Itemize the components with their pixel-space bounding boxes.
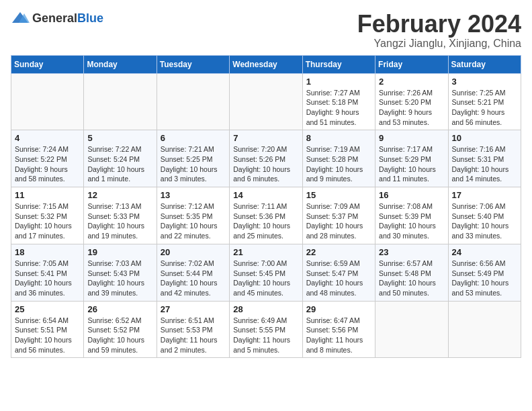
day-cell: 12Sunrise: 7:13 AM Sunset: 5:33 PM Dayli… — [84, 187, 157, 244]
day-cell: 19Sunrise: 7:03 AM Sunset: 5:43 PM Dayli… — [84, 244, 157, 301]
day-info: Sunrise: 6:59 AM Sunset: 5:47 PM Dayligh… — [306, 259, 371, 298]
day-cell: 13Sunrise: 7:12 AM Sunset: 5:35 PM Dayli… — [157, 187, 229, 244]
weekday-header-monday: Monday — [84, 55, 157, 73]
day-number: 23 — [379, 247, 444, 257]
day-number: 18 — [15, 247, 80, 257]
day-cell: 25Sunrise: 6:54 AM Sunset: 5:51 PM Dayli… — [11, 301, 84, 358]
day-info: Sunrise: 7:16 AM Sunset: 5:31 PM Dayligh… — [452, 144, 517, 184]
day-number: 6 — [161, 133, 226, 143]
weekday-header-row: SundayMondayTuesdayWednesdayThursdayFrid… — [11, 55, 521, 73]
day-cell — [84, 73, 157, 130]
day-cell: 26Sunrise: 6:52 AM Sunset: 5:52 PM Dayli… — [84, 301, 157, 358]
day-info: Sunrise: 7:02 AM Sunset: 5:44 PM Dayligh… — [161, 259, 226, 298]
day-cell: 9Sunrise: 7:17 AM Sunset: 5:29 PM Daylig… — [375, 130, 448, 187]
weekday-header-wednesday: Wednesday — [230, 55, 302, 73]
day-info: Sunrise: 6:56 AM Sunset: 5:49 PM Dayligh… — [452, 259, 517, 298]
day-info: Sunrise: 7:17 AM Sunset: 5:29 PM Dayligh… — [379, 144, 444, 184]
weekday-header-sunday: Sunday — [11, 55, 84, 73]
day-number: 11 — [15, 190, 80, 200]
day-cell: 2Sunrise: 7:26 AM Sunset: 5:20 PM Daylig… — [375, 73, 448, 130]
day-cell: 24Sunrise: 6:56 AM Sunset: 5:49 PM Dayli… — [448, 244, 521, 301]
title-area: February 2024 Yangzi Jianglu, Xinjiang, … — [357, 11, 521, 50]
day-cell: 11Sunrise: 7:15 AM Sunset: 5:32 PM Dayli… — [11, 187, 84, 244]
day-cell — [375, 301, 448, 358]
day-info: Sunrise: 7:19 AM Sunset: 5:28 PM Dayligh… — [306, 144, 371, 184]
day-number: 2 — [379, 77, 444, 87]
day-number: 21 — [233, 247, 298, 257]
day-number: 29 — [306, 304, 371, 314]
week-row-3: 11Sunrise: 7:15 AM Sunset: 5:32 PM Dayli… — [11, 187, 521, 244]
day-info: Sunrise: 7:26 AM Sunset: 5:20 PM Dayligh… — [379, 88, 444, 128]
day-cell: 3Sunrise: 7:25 AM Sunset: 5:21 PM Daylig… — [448, 73, 521, 130]
day-info: Sunrise: 7:20 AM Sunset: 5:26 PM Dayligh… — [233, 144, 298, 184]
day-cell: 8Sunrise: 7:19 AM Sunset: 5:28 PM Daylig… — [302, 130, 375, 187]
logo-text-general: General — [32, 11, 77, 25]
day-info: Sunrise: 7:11 AM Sunset: 5:36 PM Dayligh… — [233, 201, 298, 241]
day-info: Sunrise: 6:54 AM Sunset: 5:51 PM Dayligh… — [15, 316, 80, 355]
week-row-2: 4Sunrise: 7:24 AM Sunset: 5:22 PM Daylig… — [11, 130, 521, 187]
weekday-header-tuesday: Tuesday — [157, 55, 229, 73]
day-info: Sunrise: 6:49 AM Sunset: 5:55 PM Dayligh… — [233, 316, 298, 355]
day-number: 26 — [87, 304, 152, 314]
day-cell: 23Sunrise: 6:57 AM Sunset: 5:48 PM Dayli… — [375, 244, 448, 301]
day-info: Sunrise: 6:47 AM Sunset: 5:56 PM Dayligh… — [306, 316, 371, 355]
day-info: Sunrise: 7:22 AM Sunset: 5:24 PM Dayligh… — [87, 144, 152, 184]
day-cell: 10Sunrise: 7:16 AM Sunset: 5:31 PM Dayli… — [448, 130, 521, 187]
day-cell — [448, 301, 521, 358]
day-info: Sunrise: 7:09 AM Sunset: 5:37 PM Dayligh… — [306, 201, 371, 241]
day-info: Sunrise: 7:21 AM Sunset: 5:25 PM Dayligh… — [161, 144, 226, 184]
day-info: Sunrise: 7:13 AM Sunset: 5:33 PM Dayligh… — [87, 201, 152, 241]
day-number: 25 — [15, 304, 80, 314]
logo-icon — [11, 11, 30, 26]
day-cell — [157, 73, 229, 130]
day-info: Sunrise: 7:15 AM Sunset: 5:32 PM Dayligh… — [15, 201, 80, 241]
day-cell: 29Sunrise: 6:47 AM Sunset: 5:56 PM Dayli… — [302, 301, 375, 358]
day-info: Sunrise: 7:03 AM Sunset: 5:43 PM Dayligh… — [87, 259, 152, 298]
day-cell: 15Sunrise: 7:09 AM Sunset: 5:37 PM Dayli… — [302, 187, 375, 244]
day-number: 8 — [306, 133, 371, 143]
day-number: 15 — [306, 190, 371, 200]
day-number: 22 — [306, 247, 371, 257]
month-title: February 2024 — [357, 11, 521, 38]
day-number: 5 — [87, 133, 152, 143]
day-number: 1 — [306, 77, 371, 87]
day-number: 3 — [452, 77, 517, 87]
day-cell: 14Sunrise: 7:11 AM Sunset: 5:36 PM Dayli… — [230, 187, 302, 244]
header: GeneralBlue February 2024 Yangzi Jianglu… — [11, 11, 521, 50]
logo-text-blue: Blue — [77, 11, 103, 25]
day-info: Sunrise: 7:24 AM Sunset: 5:22 PM Dayligh… — [15, 144, 80, 184]
day-cell: 28Sunrise: 6:49 AM Sunset: 5:55 PM Dayli… — [230, 301, 302, 358]
day-info: Sunrise: 6:51 AM Sunset: 5:53 PM Dayligh… — [161, 316, 226, 355]
day-number: 19 — [87, 247, 152, 257]
day-cell: 7Sunrise: 7:20 AM Sunset: 5:26 PM Daylig… — [230, 130, 302, 187]
week-row-5: 25Sunrise: 6:54 AM Sunset: 5:51 PM Dayli… — [11, 301, 521, 358]
day-cell: 16Sunrise: 7:08 AM Sunset: 5:39 PM Dayli… — [375, 187, 448, 244]
day-number: 12 — [87, 190, 152, 200]
day-cell — [11, 73, 84, 130]
day-number: 20 — [161, 247, 226, 257]
weekday-header-thursday: Thursday — [302, 55, 375, 73]
day-cell: 27Sunrise: 6:51 AM Sunset: 5:53 PM Dayli… — [157, 301, 229, 358]
day-number: 4 — [15, 133, 80, 143]
day-cell: 4Sunrise: 7:24 AM Sunset: 5:22 PM Daylig… — [11, 130, 84, 187]
week-row-4: 18Sunrise: 7:05 AM Sunset: 5:41 PM Dayli… — [11, 244, 521, 301]
weekday-header-friday: Friday — [375, 55, 448, 73]
day-info: Sunrise: 7:00 AM Sunset: 5:45 PM Dayligh… — [233, 259, 298, 298]
day-cell: 17Sunrise: 7:06 AM Sunset: 5:40 PM Dayli… — [448, 187, 521, 244]
calendar-table: SundayMondayTuesdayWednesdayThursdayFrid… — [11, 55, 521, 359]
day-info: Sunrise: 7:12 AM Sunset: 5:35 PM Dayligh… — [161, 201, 226, 241]
day-number: 14 — [233, 190, 298, 200]
day-number: 24 — [452, 247, 517, 257]
day-cell: 18Sunrise: 7:05 AM Sunset: 5:41 PM Dayli… — [11, 244, 84, 301]
day-number: 27 — [161, 304, 226, 314]
day-info: Sunrise: 7:08 AM Sunset: 5:39 PM Dayligh… — [379, 201, 444, 241]
day-info: Sunrise: 7:05 AM Sunset: 5:41 PM Dayligh… — [15, 259, 80, 298]
day-cell: 22Sunrise: 6:59 AM Sunset: 5:47 PM Dayli… — [302, 244, 375, 301]
day-info: Sunrise: 6:57 AM Sunset: 5:48 PM Dayligh… — [379, 259, 444, 298]
day-cell: 21Sunrise: 7:00 AM Sunset: 5:45 PM Dayli… — [230, 244, 302, 301]
location-title: Yangzi Jianglu, Xinjiang, China — [357, 38, 521, 50]
day-number: 9 — [379, 133, 444, 143]
day-number: 7 — [233, 133, 298, 143]
day-info: Sunrise: 7:25 AM Sunset: 5:21 PM Dayligh… — [452, 88, 517, 128]
day-number: 13 — [161, 190, 226, 200]
